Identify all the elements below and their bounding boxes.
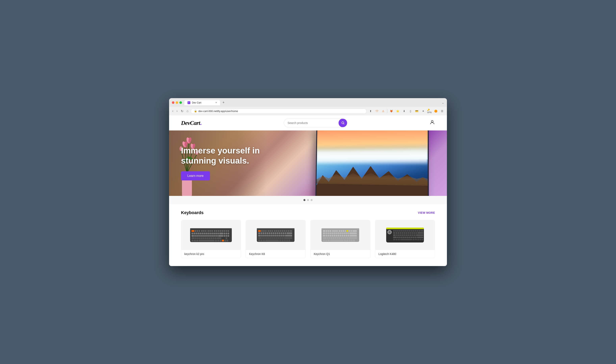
sidebar-icon[interactable]: ▯ xyxy=(408,109,413,113)
svg-rect-26 xyxy=(195,230,196,232)
svg-rect-48 xyxy=(199,233,201,234)
svg-rect-285 xyxy=(393,236,397,238)
site-logo[interactable]: DevCart. xyxy=(181,119,202,127)
extension-icon-1[interactable]: 🦊 xyxy=(389,109,394,113)
svg-rect-162 xyxy=(282,237,284,239)
new-tab-button[interactable]: + xyxy=(221,100,226,105)
svg-rect-95 xyxy=(196,240,198,241)
svg-rect-181 xyxy=(336,230,338,232)
svg-rect-281 xyxy=(410,234,411,236)
svg-rect-183 xyxy=(341,230,342,232)
carousel-dot-2[interactable] xyxy=(307,199,309,201)
svg-line-1 xyxy=(344,124,344,124)
svg-rect-125 xyxy=(265,232,266,234)
svg-rect-136 xyxy=(287,232,292,234)
close-button[interactable] xyxy=(172,101,175,104)
svg-rect-57 xyxy=(217,233,219,234)
svg-rect-30 xyxy=(203,230,205,232)
vpn-label[interactable]: 🔑 VPN xyxy=(427,109,432,113)
svg-rect-297 xyxy=(393,239,395,240)
svg-rect-179 xyxy=(332,230,334,232)
svg-rect-32 xyxy=(207,230,209,232)
svg-rect-272 xyxy=(417,232,423,234)
search-button[interactable] xyxy=(339,118,347,127)
reward-icon[interactable]: ⚠ xyxy=(381,109,386,113)
monitor-decoration xyxy=(312,130,427,196)
svg-rect-113 xyxy=(274,230,275,232)
svg-rect-55 xyxy=(213,233,215,234)
product-card[interactable]: Keychron K6 xyxy=(246,220,306,258)
svg-rect-76 xyxy=(224,235,225,237)
svg-rect-87 xyxy=(209,237,211,239)
svg-rect-221 xyxy=(329,237,330,239)
svg-rect-210 xyxy=(334,235,335,236)
svg-rect-107 xyxy=(261,230,263,232)
svg-rect-146 xyxy=(277,235,279,236)
svg-rect-29 xyxy=(201,230,203,232)
svg-rect-28 xyxy=(199,230,200,232)
keyboards-section: Keyboards VIEW MORE xyxy=(169,204,447,266)
svg-rect-54 xyxy=(211,233,213,234)
svg-rect-288 xyxy=(401,236,403,238)
active-tab[interactable]: D Dev Cart ✕ xyxy=(184,100,220,105)
svg-rect-49 xyxy=(201,233,203,234)
svg-rect-96 xyxy=(199,240,215,241)
svg-rect-249 xyxy=(401,230,403,232)
svg-rect-67 xyxy=(202,235,204,237)
svg-rect-73 xyxy=(214,235,216,237)
carousel-dot-3[interactable] xyxy=(311,199,313,201)
svg-rect-143 xyxy=(271,235,273,236)
tab-close-icon[interactable]: ✕ xyxy=(215,102,217,104)
profile-icon[interactable]: 🟠 xyxy=(433,109,438,113)
svg-rect-187 xyxy=(348,230,350,232)
address-bar[interactable]: 🔒 dev-cart-000.netlify.app/user/home xyxy=(191,108,367,114)
product-card[interactable]: Keychron Q1 xyxy=(310,220,370,258)
hero-cta-button[interactable]: Learn more xyxy=(181,171,210,181)
download-icon[interactable]: ⬇ xyxy=(402,109,406,113)
svg-rect-208 xyxy=(330,235,331,236)
svg-rect-280 xyxy=(408,234,410,236)
svg-rect-159 xyxy=(276,237,278,239)
brave-shield-icon[interactable]: 🛡 xyxy=(374,109,379,113)
svg-rect-302 xyxy=(415,239,417,240)
minimize-button[interactable] xyxy=(176,101,178,104)
svg-rect-75 xyxy=(218,235,223,237)
svg-rect-142 xyxy=(269,235,271,236)
svg-rect-60 xyxy=(226,233,227,234)
back-button[interactable]: ‹ xyxy=(171,108,174,114)
home-button[interactable]: ⌂ xyxy=(186,108,189,114)
svg-rect-300 xyxy=(400,239,412,240)
search-input[interactable] xyxy=(284,119,339,127)
user-profile-button[interactable] xyxy=(429,119,435,126)
share-icon[interactable]: ⬆ xyxy=(368,109,373,113)
browser-toolbar: ‹ › ↻ ⌂ 🔒 dev-cart-000.netlify.app/user/… xyxy=(169,107,447,115)
carousel-dot-1[interactable] xyxy=(303,199,305,201)
svg-rect-80 xyxy=(195,237,197,239)
svg-rect-165 xyxy=(260,239,262,241)
svg-rect-116 xyxy=(280,230,281,232)
wallet-icon[interactable]: 💳 xyxy=(414,109,419,113)
product-card[interactable]: Logitech K480 xyxy=(375,220,435,258)
svg-rect-176 xyxy=(326,230,328,232)
svg-rect-192 xyxy=(326,232,327,234)
svg-rect-85 xyxy=(205,237,206,239)
svg-rect-53 xyxy=(209,233,211,234)
svg-rect-215 xyxy=(344,235,345,236)
svg-rect-231 xyxy=(349,237,357,239)
product-card[interactable]: keychron k2 pro xyxy=(181,220,241,258)
menu-icon[interactable]: ☰ xyxy=(440,109,445,113)
svg-rect-66 xyxy=(200,235,202,237)
svg-rect-42 xyxy=(228,230,229,232)
view-more-link[interactable]: VIEW MORE xyxy=(418,211,435,214)
svg-rect-238 xyxy=(349,239,350,241)
extension-icon-2[interactable]: ⭐ xyxy=(395,109,400,113)
reload-button[interactable]: ↻ xyxy=(180,108,184,114)
forward-button[interactable]: › xyxy=(176,108,178,114)
ai-icon[interactable]: ✦ xyxy=(421,109,425,113)
svg-rect-132 xyxy=(279,232,280,234)
maximize-button[interactable] xyxy=(179,101,182,104)
collapse-icon[interactable]: ⌄ xyxy=(442,101,444,104)
svg-rect-205 xyxy=(323,235,326,236)
svg-rect-261 xyxy=(396,232,397,234)
svg-rect-47 xyxy=(197,233,199,234)
